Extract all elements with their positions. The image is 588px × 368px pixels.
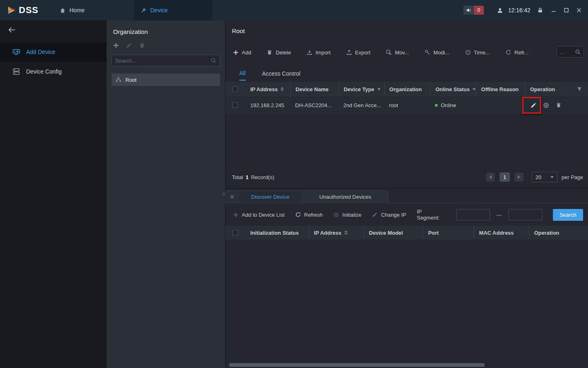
select-all-checkbox[interactable] bbox=[232, 230, 238, 236]
organization-panel: Organization Root bbox=[106, 20, 225, 368]
modify-password-button[interactable]: Modi... bbox=[425, 49, 450, 56]
export-button[interactable]: Export bbox=[346, 49, 371, 56]
sort-icon[interactable] bbox=[344, 231, 347, 235]
column-label: Offline Reason bbox=[481, 86, 519, 92]
trash-icon bbox=[267, 49, 272, 55]
sidebar-item-add-device[interactable]: Add Device bbox=[0, 42, 106, 62]
tree-node-root[interactable]: Root bbox=[111, 74, 220, 86]
prev-page-button[interactable] bbox=[486, 173, 495, 182]
sidebar-item-device-config[interactable]: Device Config bbox=[0, 62, 106, 81]
cell-device-name: DH-ASC2204... bbox=[290, 96, 339, 114]
organization-title: Organization bbox=[107, 20, 225, 40]
cell-ip: 192.168.2.245 bbox=[245, 96, 290, 114]
tree-node-label: Root bbox=[125, 77, 136, 83]
alarm-sound-control[interactable]: 0 bbox=[463, 6, 484, 15]
discover-toolbar: Add to Device List Refresh Initialize Ch… bbox=[225, 204, 588, 225]
collapse-panel-button[interactable] bbox=[225, 191, 238, 203]
search-icon[interactable] bbox=[575, 49, 581, 55]
alarm-count-badge: 0 bbox=[474, 6, 484, 15]
page-size-select[interactable]: 20 bbox=[532, 172, 557, 182]
device-table-header: IP Address Device Name Device Type Organ… bbox=[225, 82, 588, 96]
tab-device[interactable]: Device bbox=[134, 0, 212, 20]
column-operation: Operation bbox=[529, 226, 588, 240]
edit-org-icon[interactable] bbox=[126, 43, 132, 48]
column-ip-address[interactable]: IP Address bbox=[309, 226, 364, 240]
column-offline-reason: Offline Reason bbox=[476, 82, 525, 96]
tab-all[interactable]: All bbox=[239, 67, 246, 81]
column-device-type[interactable]: Device Type bbox=[339, 82, 384, 96]
scrollbar-thumb[interactable] bbox=[229, 363, 485, 367]
row-checkbox[interactable] bbox=[232, 102, 238, 108]
device-search-input[interactable] bbox=[560, 49, 572, 55]
tab-home-label: Home bbox=[69, 7, 85, 13]
main-panel: Root Add Delete Import Export bbox=[225, 20, 588, 368]
horizontal-scrollbar[interactable] bbox=[229, 363, 584, 367]
column-online-status[interactable]: Online Status bbox=[430, 82, 476, 96]
total-label: Total bbox=[232, 174, 243, 180]
discover-refresh-button[interactable]: Refresh bbox=[295, 212, 323, 218]
minimize-button[interactable] bbox=[548, 4, 559, 16]
move-button[interactable]: Mov... bbox=[386, 49, 409, 56]
column-label: Device Name bbox=[296, 86, 329, 92]
organization-search bbox=[111, 55, 220, 66]
initialize-label: Initialize bbox=[342, 212, 361, 218]
select-all-checkbox[interactable] bbox=[232, 86, 238, 92]
search-icon[interactable] bbox=[211, 58, 216, 63]
column-ip-address[interactable]: IP Address bbox=[245, 82, 290, 96]
panel-splitter-grip[interactable]: II bbox=[223, 192, 226, 197]
add-device-button[interactable]: Add bbox=[233, 49, 251, 56]
delete-device-button[interactable]: Delete bbox=[267, 49, 291, 56]
discover-search-button[interactable]: Search bbox=[553, 209, 583, 221]
import-icon bbox=[307, 49, 312, 55]
page-title: Root bbox=[225, 20, 588, 41]
next-page-button[interactable] bbox=[514, 173, 523, 182]
close-button[interactable] bbox=[573, 4, 585, 16]
export-label: Export bbox=[355, 49, 371, 56]
time-sync-button[interactable]: Time... bbox=[465, 49, 490, 56]
initialize-button[interactable]: Initialize bbox=[333, 212, 361, 218]
column-label: Operation bbox=[534, 230, 559, 236]
page-size-value: 20 bbox=[535, 174, 541, 180]
back-button[interactable] bbox=[0, 20, 19, 39]
discover-table: Initialization Status IP Address Device … bbox=[225, 226, 588, 240]
refresh-list-button[interactable]: Refr... bbox=[506, 49, 529, 56]
change-ip-button[interactable]: Change IP bbox=[372, 212, 406, 218]
device-web-config-icon[interactable] bbox=[543, 102, 549, 108]
add-org-icon[interactable] bbox=[113, 43, 119, 48]
panel-divider bbox=[225, 188, 588, 189]
tab-unauthorized-devices[interactable]: Unauthorized Devices bbox=[303, 191, 388, 203]
per-page-label: per Page bbox=[561, 174, 583, 180]
column-device-model: Device Model bbox=[364, 226, 423, 240]
refresh-icon bbox=[295, 212, 301, 218]
lock-icon[interactable] bbox=[535, 4, 546, 16]
import-button[interactable]: Import bbox=[307, 49, 331, 56]
total-count: 1 bbox=[245, 174, 248, 180]
add-device-icon bbox=[12, 48, 20, 56]
sort-icon[interactable] bbox=[281, 87, 284, 91]
column-label: Device Model bbox=[369, 230, 403, 236]
plus-icon bbox=[233, 212, 238, 218]
maximize-button[interactable] bbox=[560, 4, 572, 16]
current-page-button[interactable]: 1 bbox=[500, 173, 510, 182]
filter-icon[interactable] bbox=[577, 86, 582, 92]
titlebar: DSS Home Device 0 12:16:42 bbox=[0, 0, 588, 20]
tab-discover-device[interactable]: Discover Device bbox=[238, 191, 303, 203]
sidebar-item-label: Device Config bbox=[26, 68, 62, 75]
online-status-text: Online bbox=[441, 102, 456, 108]
tab-access-control[interactable]: Access Control bbox=[262, 67, 301, 81]
ip-segment-start-input[interactable] bbox=[456, 209, 490, 220]
organization-search-input[interactable] bbox=[115, 58, 211, 64]
device-config-icon bbox=[12, 67, 20, 76]
delete-org-icon[interactable] bbox=[139, 43, 145, 48]
org-tree-icon bbox=[116, 77, 121, 83]
clock-icon bbox=[465, 49, 471, 55]
ip-segment-end-input[interactable] bbox=[508, 209, 542, 220]
user-icon[interactable] bbox=[494, 4, 506, 16]
change-ip-label: Change IP bbox=[381, 212, 406, 218]
tab-device-label: Device bbox=[150, 7, 168, 13]
ip-segment-label: IP Segment: bbox=[417, 209, 445, 221]
tab-home[interactable]: Home bbox=[53, 0, 127, 20]
organization-tree: Root bbox=[111, 74, 220, 86]
add-to-device-list-button[interactable]: Add to Device List bbox=[233, 212, 285, 218]
delete-device-row-icon[interactable] bbox=[556, 102, 561, 108]
